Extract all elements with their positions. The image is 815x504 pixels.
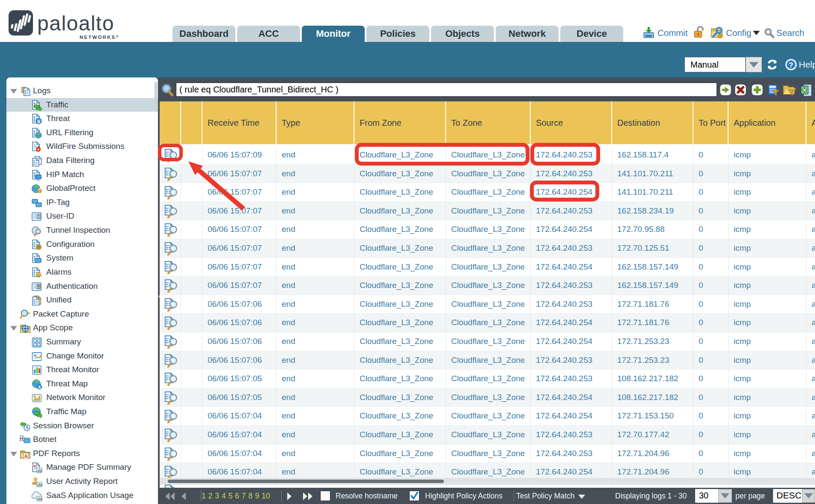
svg-text:?: ?	[789, 61, 793, 69]
svg-text:PDF: PDF	[33, 464, 38, 467]
svg-text:A: A	[24, 454, 27, 458]
svg-text:x: x	[37, 119, 40, 125]
svg-text:x: x	[38, 385, 41, 389]
